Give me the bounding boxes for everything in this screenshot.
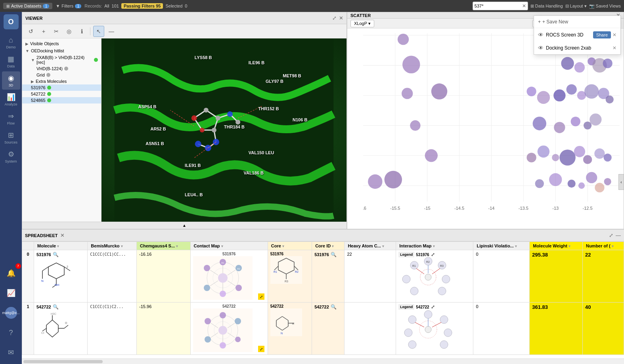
col-header-heavy-atom[interactable]: Heavy Atom C... ▾ — [345, 242, 396, 250]
search-box[interactable]: ✕ — [473, 2, 528, 10]
spreadsheet-content[interactable]: Molecule ▾ BemisMurcko ▾ Chemgauss4 S...… — [22, 241, 624, 358]
sidebar-item-data[interactable]: ▦ Data — [2, 52, 20, 71]
col-header-core[interactable]: Core ▾ — [268, 242, 312, 250]
col-header-molecule[interactable]: Molecule ▾ — [34, 242, 88, 250]
contact-map-cell-1: 542722 — [193, 304, 265, 353]
sidebar-item-notifications[interactable]: 🔔 7 — [2, 264, 20, 282]
sidebar-item-3d[interactable]: ◉ 3D — [2, 71, 20, 90]
interaction-svg-0: R1 R2 R3 — [398, 257, 458, 297]
svg-point-138 — [438, 287, 446, 295]
viewer-bottom-arrow[interactable]: ▲ — [22, 222, 346, 229]
viewer-add-button[interactable]: + — [38, 26, 49, 37]
mol-1-search-icon[interactable]: 🔍 — [53, 304, 59, 310]
col-header-mw[interactable]: Molecule Weight ▾ — [530, 242, 583, 250]
svg-point-113 — [235, 285, 242, 291]
saved-view-item-rocs[interactable]: 👁 ROCS Screen 3D Share ✕ — [534, 28, 620, 42]
mol-0-search-icon[interactable]: 🔍 — [53, 252, 59, 257]
sidebar-item-analyze[interactable]: 📊 Analyze — [2, 90, 20, 109]
svg-point-57 — [604, 178, 611, 185]
share-button-rocs[interactable]: Share — [593, 31, 611, 38]
filters-button[interactable]: ▼ Filters 1 — [56, 4, 81, 8]
col-header-number[interactable]: Number of ( ▾ — [582, 242, 624, 250]
row-0-mw: 295.38 — [530, 250, 583, 303]
sidebar-item-user[interactable]: mattg@e... — [2, 304, 20, 322]
svg-point-17 — [204, 108, 209, 113]
col-header-contact-map[interactable]: Contact Map ▾ — [190, 242, 268, 250]
viewer-info-button[interactable]: ℹ — [76, 26, 87, 37]
sidebar-item-mail[interactable]: ✉ — [2, 343, 20, 362]
viewer-content: ▶ Visible Objects ▼ OEDocking hitlist ▼ … — [22, 38, 346, 222]
interaction-expand-0[interactable]: ⤢ — [431, 252, 435, 257]
col-header-interaction[interactable]: Interaction Map ▾ — [396, 242, 473, 250]
viewer-lasso-button[interactable]: ◎ — [63, 26, 75, 37]
tree-section-visible[interactable]: ▶ Visible Objects — [22, 40, 101, 47]
sidebar-item-system[interactable]: ⚙ System — [2, 148, 20, 166]
sidebar-item-help[interactable]: ? — [2, 324, 20, 342]
viewer-close-button[interactable]: ✕ — [339, 15, 343, 21]
sidebar-item-sources[interactable]: ⊞ Sources — [2, 128, 20, 147]
tree-item-extra-molecules[interactable]: ▶ Extra Molecules — [22, 78, 101, 84]
svg-rect-148 — [36, 311, 76, 343]
grid-icon: ⊞ — [6, 4, 10, 8]
spreadsheet-expand-button[interactable]: ⤢ — [609, 232, 613, 238]
viewer-toolbar: ↺ + ✂ ◎ ℹ ↖ — — [22, 24, 346, 38]
col-header-chemgauss[interactable]: Chemgauss4 S... ▾ — [137, 242, 190, 250]
interaction-expand-1[interactable]: ⤢ — [431, 304, 435, 310]
tree-section-oedocking[interactable]: ▼ OEDocking hitlist — [22, 47, 101, 54]
viewer-rotate-button[interactable]: ↺ — [25, 26, 36, 37]
saved-views-button[interactable]: 📷 Saved Views — [589, 4, 621, 9]
sidebar-demo-label: Demo — [6, 45, 15, 49]
save-new-button[interactable]: + + Save New — [538, 19, 568, 25]
viewer-line-button[interactable]: — — [106, 26, 117, 37]
close-view-docking-button[interactable]: ✕ — [613, 45, 616, 51]
tree-item-receptor[interactable]: ▼ 2XAB(B) > VHD(B-1224) [rec] — [22, 54, 101, 65]
viewer-cursor-button[interactable]: ↖ — [93, 26, 104, 37]
tree-item-mol2[interactable]: 542722 — [22, 91, 101, 97]
row-0-contact-map: 531976 R1 — [190, 250, 268, 303]
scatter-title: SCATTER — [350, 13, 371, 18]
viewer-cut-button[interactable]: ✂ — [51, 26, 62, 37]
scrollbar-thumb[interactable] — [23, 360, 103, 363]
core-svg-1: R N — [270, 308, 302, 336]
sidebar-item-flow[interactable]: ⇒ Flow — [2, 109, 20, 128]
svg-point-87 — [574, 62, 585, 73]
core-1-search-icon[interactable]: 🔍 — [331, 304, 337, 310]
records-passing-badge: Passing Filters 95 — [121, 3, 163, 9]
col-header-core-id[interactable]: Core ID ▾ — [312, 242, 345, 250]
row-0-lipinski-value: 0 — [476, 252, 478, 257]
viewer-expand-button[interactable]: ⤢ — [332, 15, 337, 21]
core-0-search-icon[interactable]: 🔍 — [331, 252, 337, 257]
sidebar-item-demo[interactable]: ⌂ Demo — [2, 33, 20, 52]
app-logo: O — [4, 14, 19, 29]
search-input[interactable] — [475, 4, 522, 8]
data-handling-button[interactable]: ⊞ Data Handling — [530, 4, 563, 9]
tree-item-grid[interactable]: Grid — [22, 72, 101, 78]
contact-map-expand-0[interactable]: ⤢ — [258, 293, 264, 300]
viewer-3d[interactable]: LYS58 B ILE96 B GLY97 B MET98 B ASP54 B … — [101, 38, 346, 222]
mol-id-1: 542722 🔍 — [36, 304, 85, 310]
expand-extra-icon: ▶ — [31, 79, 34, 84]
active-datasets-button[interactable]: ⊞ Active Datasets 1 — [3, 3, 52, 9]
sidebar-item-stats[interactable]: 📈 — [2, 284, 20, 302]
xlogp-button[interactable]: XLogP ▾ — [350, 20, 374, 27]
row-1-index: 1 — [22, 303, 34, 355]
tree-item-vhd[interactable]: VHD(B-1224) — [22, 65, 101, 72]
tree-item-mol1[interactable]: 531976 — [22, 84, 101, 91]
search-clear-button[interactable]: ✕ — [522, 3, 526, 9]
spreadsheet-scrollbar[interactable] — [22, 358, 624, 364]
svg-point-189 — [440, 341, 448, 349]
svg-point-74 — [590, 113, 601, 125]
close-view-rocs-button[interactable]: ✕ — [613, 31, 616, 38]
col-header-bemis[interactable]: BemisMurcko ▾ — [88, 242, 137, 250]
svg-point-73 — [584, 121, 591, 129]
spreadsheet-close-button[interactable]: ✕ — [60, 232, 65, 238]
contact-map-expand-1[interactable]: ⤢ — [258, 346, 264, 352]
spreadsheet-title: SPREADSHEET — [25, 233, 58, 238]
user-avatar: mattg@e... — [5, 307, 17, 319]
layout-button[interactable]: ⊟ Layout ▾ — [565, 4, 587, 9]
spreadsheet-minimize-button[interactable]: — — [616, 232, 621, 238]
tree-item-mol3[interactable]: 524865 — [22, 97, 101, 103]
bell-icon: 🔔 — [7, 269, 15, 278]
saved-view-item-docking[interactable]: 👁 Docking Screen 2xab ✕ — [534, 42, 620, 54]
col-header-lipinski[interactable]: Lipinski Violatio... ▾ — [473, 242, 530, 250]
